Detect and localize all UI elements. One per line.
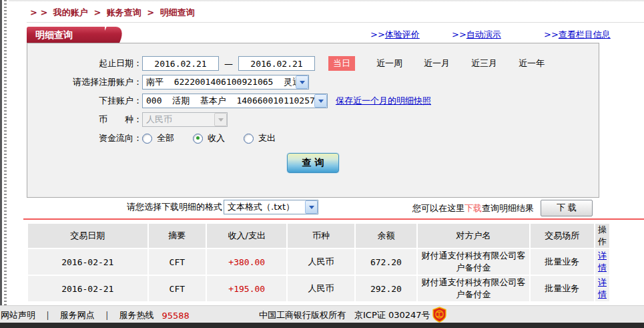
quick-range-today[interactable]: 当日 (328, 56, 355, 71)
breadcrumb-item-account-query[interactable]: 账务查询 (107, 7, 141, 17)
sub-account-value: 000 活期 基本户 1406600101102571848 (146, 95, 314, 107)
save-snapshot-link[interactable]: 保存近一个月的明细快照 (336, 95, 431, 107)
link-label: 自动演示 (466, 29, 501, 39)
download-format-select[interactable]: 文本格式（.txt） (224, 200, 318, 214)
breadcrumb-item-detail-query[interactable]: 明细查询 (160, 7, 195, 17)
cell-counterparty: 财付通支付科技有限公司客户备付金 (418, 276, 529, 301)
radio-option-expense[interactable]: 支出 (244, 132, 276, 144)
query-button[interactable]: 查 询 (287, 153, 339, 173)
col-header-currency: 币种 (288, 224, 354, 248)
radio-label: 支出 (258, 132, 276, 144)
fund-direction-row: 资金流向： 全部 收入 支出 (27, 131, 599, 146)
download-format-value: 文本格式（.txt） (228, 201, 294, 213)
tab-detail-query[interactable]: 明细查询 (27, 27, 105, 43)
footer-separator: ｜ (43, 309, 52, 321)
col-header-amount: 收入/支出 (207, 224, 286, 248)
cell-counterparty: 财付通支付科技有限公司客户备付金 (418, 249, 529, 275)
tab-title: 明细查询 (35, 29, 73, 40)
quick-range-buttons: 当日 近一周 近一月 近三月 近一年 (328, 56, 545, 71)
table-header-row: 交易日期 摘要 收入/支出 币种 余额 对方户名 交易场所 操作 (28, 224, 609, 248)
cell-currency: 人民币 (288, 249, 354, 275)
cell-venue: 批量业务 (531, 249, 594, 275)
cell-date: 2016-02-21 (28, 249, 147, 275)
copyright-text: 中国工商银行版权所有 京ICP证 030247号 (259, 309, 430, 321)
service-branch-link[interactable]: 服务网点 (60, 309, 95, 321)
chevron-down-icon (214, 113, 227, 126)
site-statement-link[interactable]: 网站声明 (1, 309, 35, 321)
breadcrumb: > > 我的账户 > 账务查询 > 明细查询 (30, 7, 198, 19)
col-header-action: 操作 (595, 224, 609, 248)
registered-account-label: 请选择注册账户： (27, 76, 142, 88)
icbc-seal-icon: 工 (432, 307, 446, 323)
registered-account-value: 南平 6222001406100921065 灵通卡 (146, 76, 296, 88)
download-button[interactable]: 下 载 (541, 200, 593, 216)
table-row: 2016-02-21 CFT +380.00 人民币 672.20 财付通支付科… (28, 249, 609, 275)
experience-rating-link[interactable]: >>体验评价 (370, 29, 420, 41)
cell-currency: 人民币 (288, 276, 354, 301)
date-separator: — (224, 59, 233, 69)
detail-link[interactable]: 详情 (598, 277, 607, 299)
download-hint-prefix: 您可以在这里 (412, 202, 464, 214)
breadcrumb-divider (27, 22, 644, 23)
sub-account-row: 下挂账户： 000 活期 基本户 1406600101102571848 保存近… (27, 94, 599, 108)
quick-range-month[interactable]: 近一月 (424, 57, 450, 69)
footer-separator: ｜ (103, 309, 111, 321)
cell-summary: CFT (149, 249, 206, 275)
chevron-down-icon (296, 75, 308, 89)
fund-direction-options: 全部 收入 支出 (142, 132, 276, 144)
cell-amount: +380.00 (207, 249, 286, 275)
download-hint-link[interactable]: 下载 (464, 202, 482, 214)
radio-option-all[interactable]: 全部 (142, 132, 174, 144)
quick-range-week[interactable]: 近一周 (376, 57, 402, 69)
detail-link[interactable]: 详情 (598, 251, 607, 273)
hotline-number: 95588 (162, 311, 189, 321)
download-format-label: 请您选择下载明细的格式 (127, 201, 222, 213)
cell-amount: +195.00 (207, 276, 286, 301)
red-divider (23, 218, 644, 220)
breadcrumb-item-my-account[interactable]: 我的账户 (53, 7, 88, 17)
col-header-venue: 交易场所 (531, 224, 594, 248)
radio-checked-icon (193, 134, 203, 144)
cell-date: 2016-02-21 (28, 276, 147, 301)
hotline-label: 服务热线 (119, 309, 153, 321)
col-header-summary: 摘要 (149, 224, 206, 248)
breadcrumb-separator: > (147, 7, 154, 17)
footer: 网站声明 ｜ 服务网点 ｜ 服务热线 95588 中国工商银行版权所有 京ICP… (0, 305, 644, 323)
date-from-input[interactable] (142, 56, 219, 71)
fund-direction-label: 资金流向： (27, 132, 142, 144)
link-prefix: >> (452, 29, 466, 39)
chevron-down-icon (314, 94, 327, 108)
download-format-group: 请您选择下载明细的格式 文本格式（.txt） (127, 200, 318, 214)
registered-account-row: 请选择注册账户： 南平 6222001406100921065 灵通卡 (27, 75, 599, 90)
radio-label: 收入 (208, 132, 225, 144)
sub-account-select[interactable]: 000 活期 基本户 1406600101102571848 (142, 94, 328, 108)
breadcrumb-separator: > (93, 7, 101, 17)
query-form-panel: 起止日期： — 当日 近一周 近一月 近三月 近一年 请选择注册账户： 南平 6… (27, 43, 599, 198)
registered-account-select[interactable]: 南平 6222001406100921065 灵通卡 (142, 75, 309, 90)
auto-demo-link[interactable]: >>自动演示 (452, 29, 501, 41)
left-dotted-rail (0, 0, 9, 305)
cell-summary: CFT (149, 276, 206, 301)
cell-balance: 292.20 (356, 276, 417, 301)
col-header-counterparty: 对方户名 (418, 224, 529, 248)
download-hint-suffix: 查询明细结果 (482, 202, 534, 214)
bottom-dark-bar (0, 323, 644, 328)
radio-label: 全部 (157, 132, 174, 144)
date-to-input[interactable] (238, 56, 315, 71)
currency-value: 人民币 (146, 114, 172, 126)
currency-row: 币 种： 人民币 (27, 112, 599, 127)
radio-icon (244, 134, 254, 144)
link-label: 体验评价 (385, 29, 420, 39)
radio-option-income[interactable]: 收入 (193, 132, 225, 144)
view-column-info-link[interactable]: >>查看栏目信息 (544, 29, 611, 41)
currency-label: 币 种： (27, 114, 142, 126)
date-range-label: 起止日期： (27, 57, 142, 69)
link-prefix: >> (370, 29, 385, 39)
download-hint-group: 您可以在这里下载查询明细结果 下 载 (412, 200, 593, 216)
quick-range-3months[interactable]: 近三月 (471, 57, 497, 69)
transaction-table: 交易日期 摘要 收入/支出 币种 余额 对方户名 交易场所 操作 2016-02… (27, 222, 611, 303)
col-header-balance: 余额 (356, 224, 417, 248)
quick-range-year[interactable]: 近一年 (519, 57, 545, 69)
link-prefix: >> (544, 29, 559, 39)
sub-account-label: 下挂账户： (27, 95, 142, 107)
